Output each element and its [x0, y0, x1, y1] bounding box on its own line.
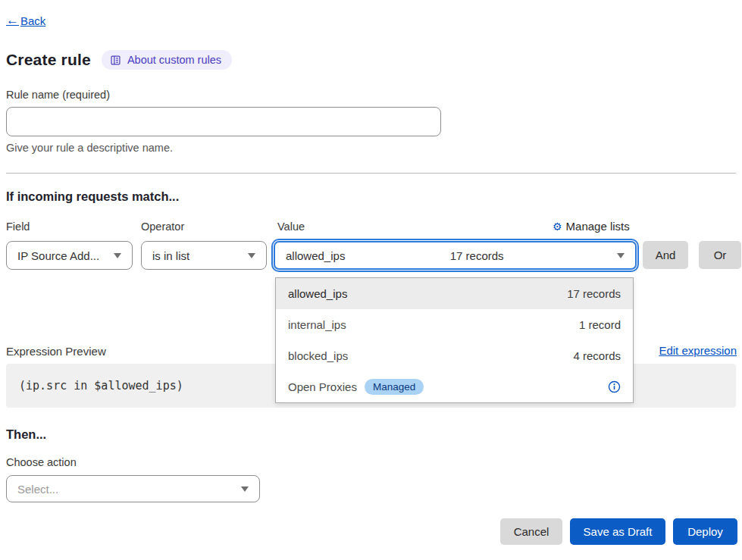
- cancel-button[interactable]: Cancel: [500, 518, 562, 545]
- field-select[interactable]: IP Source Add...: [6, 241, 133, 270]
- save-as-draft-button[interactable]: Save as Draft: [570, 518, 665, 545]
- chevron-down-icon: [617, 253, 625, 258]
- value-select-name: allowed_ips: [286, 249, 345, 262]
- manage-lists-link[interactable]: ⚙ Manage lists: [553, 220, 637, 233]
- deploy-button[interactable]: Deploy: [673, 518, 737, 545]
- list-item-count: 4 records: [573, 349, 621, 362]
- match-section-heading: If incoming requests match...: [6, 189, 179, 204]
- list-item-count: 1 record: [579, 318, 621, 331]
- value-select[interactable]: allowed_ips 17 records: [274, 241, 637, 270]
- title-row: Create rule About custom rules: [6, 50, 232, 70]
- list-item-blocked-ips[interactable]: blocked_ips 4 records: [276, 340, 633, 371]
- list-item-count: 17 records: [567, 287, 621, 300]
- value-select-count: 17 records: [450, 249, 504, 262]
- list-item-name: Open Proxies: [288, 380, 357, 393]
- managed-badge: Managed: [365, 379, 424, 395]
- info-icon[interactable]: [608, 380, 621, 393]
- chevron-down-icon: [248, 253, 255, 258]
- field-label: Field: [6, 221, 30, 233]
- and-button[interactable]: And: [643, 241, 688, 269]
- action-select-placeholder: Select...: [17, 483, 58, 496]
- or-button[interactable]: Or: [699, 241, 741, 269]
- choose-action-label: Choose action: [6, 456, 77, 468]
- list-item-open-proxies[interactable]: Open Proxies Managed: [276, 371, 633, 402]
- section-divider: [6, 173, 736, 174]
- rule-name-helper: Give your rule a descriptive name.: [6, 142, 173, 154]
- list-item-name: allowed_ips: [288, 287, 347, 300]
- expression-code: (ip.src in $allowed_ips): [19, 379, 183, 393]
- chevron-down-icon: [114, 253, 121, 258]
- about-custom-rules-badge[interactable]: About custom rules: [102, 50, 232, 70]
- back-link[interactable]: ← Back: [6, 13, 45, 28]
- list-dropdown-panel: allowed_ips 17 records internal_ips 1 re…: [275, 277, 634, 403]
- chevron-down-icon: [241, 486, 249, 492]
- expression-preview-label: Expression Preview: [6, 345, 106, 358]
- rule-name-input[interactable]: [6, 107, 441, 136]
- operator-select-value: is in list: [152, 249, 189, 262]
- value-label: Value: [277, 221, 305, 233]
- field-select-value: IP Source Add...: [17, 249, 99, 262]
- operator-label: Operator: [141, 221, 184, 233]
- manage-lists-label: Manage lists: [566, 220, 630, 233]
- list-item-name: internal_ips: [288, 318, 346, 331]
- gear-icon: ⚙: [553, 221, 562, 233]
- edit-expression-link[interactable]: Edit expression: [659, 344, 737, 357]
- page-title: Create rule: [6, 51, 91, 69]
- rule-name-label: Rule name (required): [6, 89, 110, 101]
- list-item-name: blocked_ips: [288, 349, 348, 362]
- back-label: Back: [20, 14, 45, 27]
- create-rule-page: ← Back Create rule About custom rules Ru…: [0, 0, 742, 560]
- action-select[interactable]: Select...: [6, 475, 260, 502]
- then-section-heading: Then...: [6, 427, 46, 442]
- book-icon: [110, 55, 121, 66]
- list-item-allowed-ips[interactable]: allowed_ips 17 records: [276, 278, 633, 309]
- operator-select[interactable]: is in list: [141, 241, 267, 270]
- about-badge-label: About custom rules: [127, 54, 221, 66]
- list-item-internal-ips[interactable]: internal_ips 1 record: [276, 309, 633, 340]
- back-arrow-icon: ←: [6, 13, 19, 28]
